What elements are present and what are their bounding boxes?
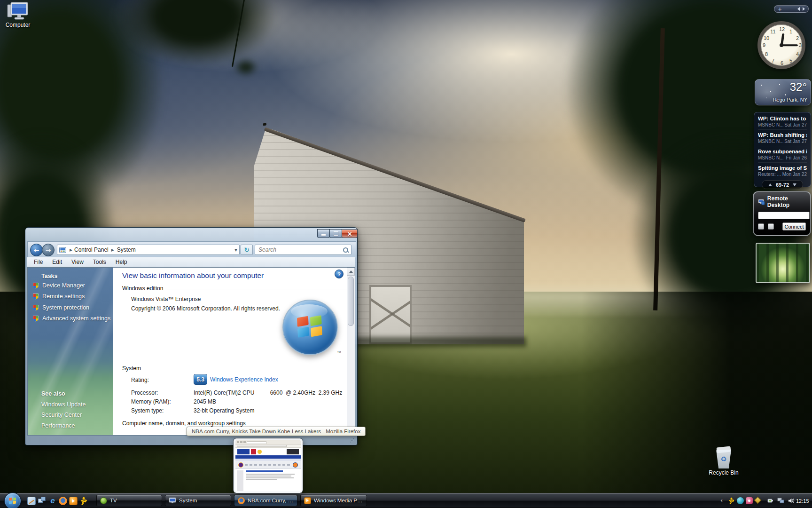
tray-expand-chevron[interactable]: ‹ [720, 497, 723, 504]
maximize-button[interactable] [329, 229, 342, 238]
show-desktop-icon[interactable] [27, 497, 36, 505]
power-icon[interactable] [767, 497, 774, 504]
see-also-security-center[interactable]: Security Center [41, 412, 82, 418]
news-item[interactable]: WP: Clinton has to m... MSNBC N...Sat Ja… [758, 113, 807, 130]
minimize-button[interactable] [317, 229, 330, 238]
help-button[interactable]: ? [335, 270, 344, 278]
taskbar-thumbnail-preview[interactable] [234, 438, 303, 493]
add-gadget-icon[interactable]: + [778, 7, 782, 12]
news-feed-gadget[interactable]: WP: Clinton has to m... MSNBC N...Sat Ja… [754, 112, 811, 187]
search-box[interactable] [255, 245, 351, 255]
breadcrumb-item-system[interactable]: System [117, 246, 136, 253]
window-content: Tasks Device Manager Remote settings Sys… [27, 267, 355, 436]
thumb-nav-bar [235, 455, 301, 459]
weather-gadget[interactable]: 32° Rego Park, NY [755, 79, 811, 105]
mail-app-tray-icon[interactable] [746, 497, 753, 504]
refresh-button[interactable]: ↻ [241, 245, 253, 255]
scrollbar-up-button[interactable] [347, 268, 355, 276]
volume-icon[interactable] [788, 497, 795, 504]
see-also-performance[interactable]: Performance [41, 422, 75, 429]
navigation-bar: ← → ▸ Control Panel ▸ System ▾ ↻ [27, 241, 356, 258]
breadcrumb-dropdown-icon[interactable]: ▾ [234, 246, 237, 253]
refresh-icon: ↻ [244, 246, 250, 253]
menu-tools[interactable]: Tools [88, 258, 111, 266]
start-button[interactable] [4, 492, 21, 508]
news-item[interactable]: WP: Bush shifting st... MSNBC N...Sat Ja… [758, 130, 807, 146]
menu-bar: File Edit View Tools Help [27, 257, 355, 267]
task-remote-settings[interactable]: Remote settings [33, 293, 85, 300]
menu-help[interactable]: Help [111, 258, 132, 266]
processor-label: Processor: [131, 389, 158, 396]
aim-tray-icon[interactable] [728, 497, 735, 504]
remote-desktop-checkbox[interactable] [758, 223, 764, 230]
news-item-title[interactable]: Spitting image of Sh... [758, 165, 807, 171]
menu-view[interactable]: View [67, 258, 88, 266]
taskbar-button-firefox-nba[interactable]: NBA.com Curry, Kni... [234, 495, 297, 506]
news-item-title[interactable]: WP: Clinton has to m... [758, 116, 807, 121]
connect-button[interactable]: Connect [782, 222, 806, 230]
aim-icon[interactable] [79, 497, 88, 505]
maximize-icon [334, 231, 338, 236]
remote-desktop-checkbox[interactable] [768, 223, 774, 230]
menu-file[interactable]: File [29, 258, 47, 266]
task-device-manager[interactable]: Device Manager [33, 282, 85, 289]
taskbar-button-system[interactable]: System [165, 495, 231, 506]
breadcrumb-item-control-panel[interactable]: Control Panel [74, 246, 109, 253]
back-icon: ← [34, 247, 39, 254]
sidebar-page-right-icon[interactable] [803, 7, 805, 11]
switch-windows-icon[interactable] [38, 497, 47, 505]
taskbar-clock[interactable]: 12:15 AM [796, 493, 812, 508]
menu-edit[interactable]: Edit [47, 258, 67, 266]
diamond-app-tray-icon[interactable] [754, 497, 762, 504]
scrollbar-thumb[interactable] [348, 277, 354, 326]
task-label: Advanced system settings [42, 315, 110, 322]
desktop-icon-recycle-bin[interactable]: ♻ Recycle Bin [704, 446, 743, 479]
firefox-icon[interactable] [59, 497, 67, 505]
scrollbar[interactable] [347, 268, 355, 435]
clock-numeral: 12 [779, 26, 785, 32]
news-pager-up-icon[interactable] [768, 183, 772, 186]
windows-edition-name: Windows Vista™ Enterprise [131, 296, 201, 302]
tasks-header: Tasks [41, 273, 58, 279]
forward-button[interactable]: → [42, 244, 55, 256]
task-label: Device Manager [42, 282, 85, 289]
news-item[interactable]: Spitting image of Sh... Reuters: ...Mon … [758, 163, 807, 179]
sidebar-page-left-icon[interactable] [797, 7, 800, 11]
news-item-title[interactable]: WP: Bush shifting st... [758, 132, 807, 138]
remote-desktop-gadget[interactable]: Remote Desktop Connect [753, 191, 811, 236]
close-button[interactable]: × [342, 229, 358, 238]
media-player-quicklaunch-icon[interactable] [69, 497, 78, 505]
network-icon[interactable] [777, 497, 784, 504]
news-item-source: Reuters: ... [758, 172, 781, 177]
clock-numeral: 4 [795, 51, 800, 57]
windows-experience-index-link[interactable]: Windows Experience Index [210, 376, 278, 383]
desktop-icon-computer[interactable]: Computer [3, 2, 33, 31]
taskbar-button-label: Windows Media Pla... [314, 498, 363, 503]
breadcrumb[interactable]: ▸ Control Panel ▸ System ▾ [57, 245, 240, 255]
taskbar-button-media-player[interactable]: Windows Media Pla... [300, 495, 367, 506]
uac-shield-icon [33, 316, 39, 322]
news-item[interactable]: Rove subpoenaed in ... MSNBC N...Fri Jan… [758, 146, 807, 163]
search-input[interactable] [258, 246, 343, 254]
windows-flag-pane-blue [297, 327, 309, 338]
see-also-header: See also [41, 390, 65, 397]
windows-flag-pane-yellow [311, 326, 322, 337]
news-pager-down-icon[interactable] [793, 183, 796, 186]
remote-desktop-address-input[interactable] [758, 212, 810, 219]
back-button[interactable]: ← [30, 244, 43, 256]
search-icon[interactable] [343, 247, 349, 253]
sidebar-control-bar[interactable]: + [774, 5, 809, 13]
taskbar-button-tv[interactable]: TV [96, 495, 162, 506]
see-also-windows-update[interactable]: Windows Update [41, 401, 86, 408]
news-item-title[interactable]: Rove subpoenaed in ... [758, 149, 807, 154]
resize-grip[interactable] [349, 437, 355, 443]
task-advanced-system-settings[interactable]: Advanced system settings [33, 315, 110, 322]
task-system-protection[interactable]: System protection [33, 304, 89, 311]
slideshow-gadget[interactable] [756, 243, 810, 283]
clock-gadget[interactable]: 12 1 2 3 4 5 6 7 8 9 10 11 [757, 21, 805, 69]
recycle-bin-cup: ♻ [716, 450, 731, 468]
internet-explorer-icon[interactable]: e [48, 497, 57, 505]
clock-numeral: 7 [770, 58, 776, 64]
teal-app-tray-icon[interactable] [737, 497, 744, 504]
media-center-icon [100, 497, 107, 504]
